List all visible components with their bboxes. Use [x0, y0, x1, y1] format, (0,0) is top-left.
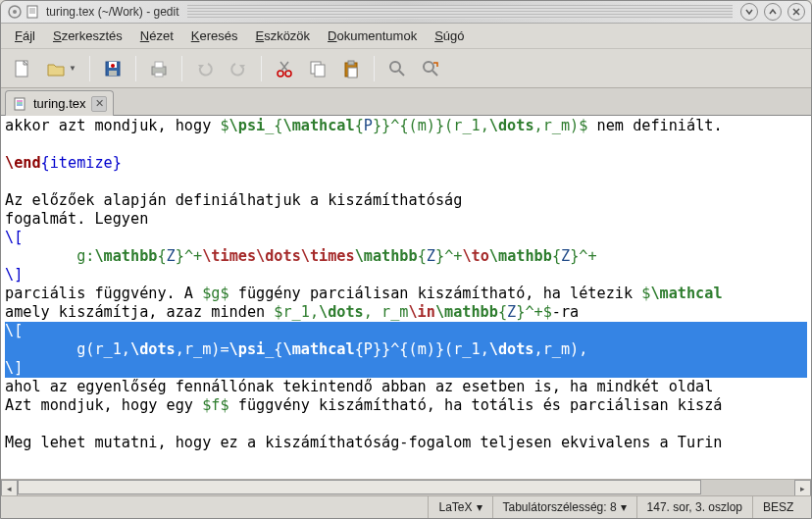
menu-view[interactable]: Nézet: [132, 26, 181, 46]
tab-close-button[interactable]: ✕: [91, 96, 107, 112]
window-title: turing.tex (~/Work) - gedit: [46, 5, 179, 19]
svg-rect-21: [315, 65, 325, 77]
titlebar[interactable]: turing.tex (~/Work) - gedit: [1, 1, 811, 24]
svg-line-26: [399, 71, 404, 76]
editor-line[interactable]: amely kiszámítja, azaz minden $r_1,\dots…: [5, 303, 807, 322]
svg-point-27: [424, 62, 433, 72]
svg-point-17: [285, 71, 291, 77]
chevron-down-icon: ▼: [69, 64, 76, 73]
svg-rect-2: [27, 6, 37, 18]
new-button[interactable]: [7, 54, 36, 83]
toolbar-separator: [135, 56, 136, 81]
editor-line[interactable]: g(r_1,\dots,r_m)=\psi_{\mathcal{P}}^{(m)…: [5, 340, 807, 359]
svg-rect-11: [109, 71, 117, 76]
tabbar: turing.tex ✕: [1, 88, 811, 116]
svg-line-18: [281, 62, 288, 71]
scroll-track[interactable]: [18, 480, 794, 495]
menu-file[interactable]: Fájl: [7, 26, 43, 46]
svg-line-19: [280, 62, 287, 71]
svg-line-28: [432, 71, 437, 76]
editor-line[interactable]: [5, 135, 807, 154]
editor-line[interactable]: akkor azt mondjuk, hogy $\psi_{\mathcal{…: [5, 117, 807, 135]
editor-line[interactable]: fogalmát. Legyen: [5, 210, 807, 229]
editor-line[interactable]: [5, 415, 807, 434]
svg-point-25: [390, 62, 400, 72]
svg-point-12: [111, 64, 115, 68]
tab-label: turing.tex: [33, 96, 85, 111]
scroll-right-button[interactable]: ▸: [794, 480, 811, 495]
status-message: [1, 496, 428, 518]
editor-line[interactable]: \]: [5, 359, 807, 378]
toolbar: ▼: [1, 49, 811, 88]
scroll-left-button[interactable]: ◂: [1, 480, 18, 495]
editor-line[interactable]: parciális függvény. A $g$ függény parciá…: [5, 285, 807, 303]
svg-point-1: [13, 10, 17, 14]
window-menu-icon[interactable]: [7, 4, 23, 20]
editor-line[interactable]: Azt mondjuk, hogy egy $f$ függvény kiszá…: [5, 396, 807, 415]
editor-line[interactable]: \[: [5, 322, 807, 340]
svg-rect-14: [155, 62, 163, 68]
filetype-selector[interactable]: LaTeX▾: [428, 496, 491, 518]
svg-rect-23: [348, 61, 354, 65]
svg-point-16: [278, 71, 283, 77]
find-replace-button[interactable]: [416, 54, 445, 83]
tab-turing[interactable]: turing.tex ✕: [5, 90, 114, 116]
horizontal-scrollbar[interactable]: ◂ ▸: [1, 479, 811, 495]
scroll-thumb[interactable]: [18, 480, 701, 494]
statusbar: LaTeX▾ Tabulátorszélesség: 8▾ 147. sor, …: [1, 495, 811, 518]
svg-rect-15: [155, 73, 163, 77]
close-button[interactable]: [787, 3, 805, 21]
menubar: Fájl Szerkesztés Nézet Keresés Eszközök …: [1, 24, 811, 49]
redo-button[interactable]: [224, 54, 253, 83]
editor-line[interactable]: [5, 173, 807, 191]
editor-line[interactable]: \]: [5, 266, 807, 285]
toolbar-separator: [374, 56, 375, 81]
toolbar-separator: [261, 56, 262, 81]
chevron-down-icon: ▾: [621, 500, 627, 514]
editor-line[interactable]: ahol az egyenlőség fennállónak tekintend…: [5, 378, 807, 396]
minimize-button[interactable]: [740, 3, 758, 21]
maximize-button[interactable]: [764, 3, 782, 21]
editor-line[interactable]: \[: [5, 229, 807, 247]
cut-button[interactable]: [270, 54, 299, 83]
paste-button[interactable]: [336, 54, 366, 83]
insert-mode: BESZ: [752, 496, 811, 518]
titlebar-stripes: [187, 5, 734, 19]
editor-area: akkor azt mondjuk, hogy $\psi_{\mathcal{…: [1, 116, 811, 495]
svg-rect-29: [15, 98, 25, 110]
menu-documents[interactable]: Dokumentumok: [320, 26, 425, 46]
copy-button[interactable]: [303, 54, 332, 83]
editor-line[interactable]: \end{itemize}: [5, 154, 807, 173]
find-button[interactable]: [382, 54, 412, 83]
menu-search[interactable]: Keresés: [183, 26, 246, 46]
document-icon: [12, 96, 27, 112]
save-button[interactable]: [98, 54, 127, 83]
app-icon: [25, 4, 40, 20]
text-editor[interactable]: akkor azt mondjuk, hogy $\psi_{\mathcal{…: [1, 116, 811, 479]
svg-rect-24: [348, 68, 357, 78]
menu-tools[interactable]: Eszközök: [247, 26, 318, 46]
cursor-position: 147. sor, 3. oszlop: [636, 496, 752, 518]
open-button[interactable]: ▼: [40, 54, 81, 83]
tabwidth-selector[interactable]: Tabulátorszélesség: 8▾: [492, 496, 636, 518]
editor-line[interactable]: g:\mathbb{Z}^+\times\dots\times\mathbb{Z…: [5, 247, 807, 266]
print-button[interactable]: [144, 54, 174, 83]
menu-help[interactable]: Súgó: [427, 26, 472, 46]
editor-line[interactable]: Meg lehet mutatni, hogy ez a kiszámíthat…: [5, 434, 807, 452]
chevron-down-icon: ▾: [477, 500, 482, 514]
editor-line[interactable]: Az előzőek alapján definiálhatjuk a kisz…: [5, 191, 807, 210]
menu-edit[interactable]: Szerkesztés: [45, 26, 130, 46]
undo-button[interactable]: [190, 54, 220, 83]
toolbar-separator: [89, 56, 90, 81]
toolbar-separator: [181, 56, 182, 81]
